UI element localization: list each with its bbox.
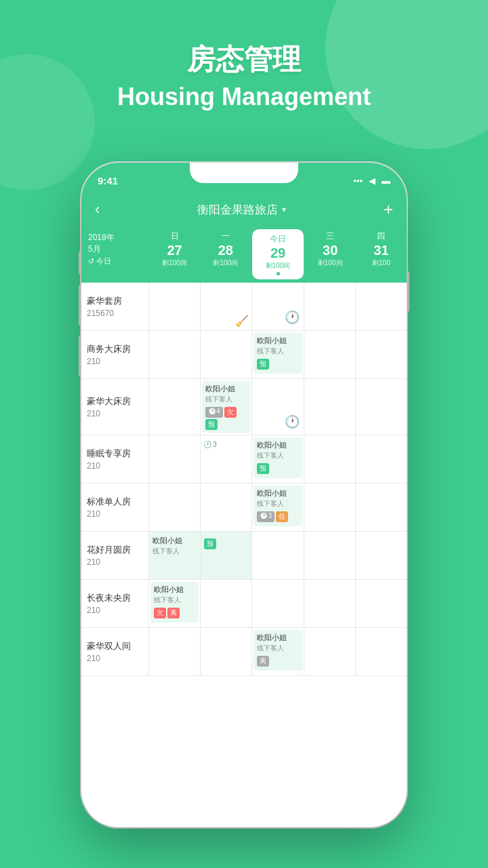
room-cell[interactable] — [356, 283, 407, 330]
date-col-31[interactable]: 四 31 剩100 — [356, 226, 407, 282]
room-cell[interactable] — [356, 580, 407, 627]
booking-tags: 预 — [204, 538, 248, 549]
add-button[interactable]: + — [384, 200, 393, 219]
store-title[interactable]: 衡阳金果路旅店 ▾ — [197, 202, 286, 218]
today-return-button[interactable]: ↺ 今日 — [88, 256, 111, 267]
room-row: 豪华双人间 210 欧阳小姐 线下客人 离 — [81, 628, 407, 676]
room-cell[interactable]: 欧阳小姐 线下客人 🕐3住 — [252, 484, 304, 531]
date-col-27[interactable]: 日 27 剩100间 — [149, 226, 200, 282]
room-cell[interactable]: 欧阳小姐 线下客人 欠离 — [149, 580, 201, 627]
room-cell[interactable] — [304, 532, 356, 579]
booking-tag: 预 — [257, 463, 269, 474]
room-cell[interactable]: 欧阳小姐 线下客人 离 — [252, 628, 304, 675]
room-cell[interactable] — [149, 435, 201, 483]
room-cell[interactable]: 🕐 — [252, 379, 304, 435]
booking-guest-name: 欧阳小姐 — [152, 536, 197, 546]
room-cell[interactable] — [149, 484, 201, 531]
room-row: 豪华套房 215670 🧹🕐 — [81, 283, 407, 331]
room-cell[interactable] — [304, 580, 356, 627]
clock-icon: 🕐 — [203, 441, 211, 448]
room-cell[interactable] — [252, 532, 304, 579]
room-cell[interactable] — [304, 484, 356, 531]
room-cell[interactable] — [304, 331, 356, 378]
booking-type: 线下客人 — [154, 595, 195, 605]
room-cell[interactable] — [201, 628, 252, 675]
booking-type: 线下客人 — [152, 547, 197, 556]
room-grid-wrapper: 豪华套房 215670 🧹🕐 商务大床房 210 欧阳小姐 线下客人 预 豪华大… — [81, 283, 407, 827]
room-cell[interactable] — [149, 331, 201, 378]
back-button[interactable]: ‹ — [95, 201, 100, 218]
date-columns: 日 27 剩100间 一 28 剩100间 今日 29 剩100间 三 30 剩… — [149, 226, 407, 282]
store-name: 衡阳金果路旅店 — [197, 202, 278, 218]
date-number: 27 — [167, 242, 182, 258]
room-cell[interactable] — [252, 580, 304, 627]
room-cells: 欧阳小姐 线下客人 预 — [149, 532, 407, 579]
phone-mockup: 9:41 ▪▪▪ ◀ ▬ ‹ 衡阳金果路旅店 ▾ + 2018年 — [81, 163, 407, 827]
booking-card[interactable]: 欧阳小姐 线下客人 欠离 — [150, 582, 199, 623]
room-cell[interactable] — [356, 532, 407, 579]
booking-ext-content[interactable]: 欧阳小姐 线下客人 — [149, 532, 200, 560]
title-area: 房态管理 Housing Management — [0, 0, 488, 111]
date-col-30[interactable]: 三 30 剩100间 — [305, 226, 356, 282]
room-cell[interactable] — [304, 435, 356, 483]
room-cell[interactable]: 欧阳小姐 线下客人 预 — [252, 435, 304, 483]
booking-card[interactable]: 欧阳小姐 线下客人 🕐4欠预 — [202, 381, 250, 433]
day-name: 四 — [377, 231, 385, 242]
booking-card[interactable]: 欧阳小姐 线下客人 预 — [253, 437, 302, 478]
room-price: 215670 — [87, 309, 114, 318]
booking-tag-cell[interactable]: 预 — [201, 532, 251, 553]
room-cell[interactable] — [201, 331, 252, 378]
room-cell[interactable] — [149, 283, 201, 330]
booking-tags: 预 — [257, 463, 298, 474]
booking-tag: 住 — [276, 511, 288, 522]
booking-card[interactable]: 欧阳小姐 线下客人 🕐3住 — [253, 486, 302, 526]
booking-tag: 🕐4 — [205, 407, 223, 418]
phone-power-button — [407, 271, 409, 312]
room-cells: 🕐3 欧阳小姐 线下客人 预 — [149, 435, 407, 483]
booking-tags: 欠离 — [154, 608, 195, 618]
room-cell[interactable] — [356, 484, 407, 531]
booking-tag: 离 — [167, 608, 180, 618]
room-cell[interactable] — [149, 628, 201, 675]
room-cell[interactable] — [201, 484, 252, 531]
room-cell[interactable]: 预 — [201, 532, 252, 579]
room-cell[interactable]: 欧阳小姐 线下客人 预 — [252, 331, 304, 378]
booking-tag: 欠 — [224, 407, 237, 418]
room-name: 豪华大床房 — [87, 395, 131, 408]
room-cell[interactable]: 🕐 — [252, 283, 304, 330]
date-number: 31 — [373, 242, 388, 258]
room-row: 商务大床房 210 欧阳小姐 线下客人 预 — [81, 331, 407, 379]
room-cell[interactable] — [356, 435, 407, 483]
room-cell[interactable] — [356, 628, 407, 675]
date-col-28[interactable]: 一 28 剩100间 — [200, 226, 251, 282]
booking-tags: 预 — [257, 359, 298, 370]
booking-card[interactable]: 欧阳小姐 线下客人 离 — [253, 630, 302, 671]
date-number: 28 — [218, 242, 233, 258]
room-cell[interactable]: 欧阳小姐 线下客人 — [149, 532, 201, 579]
booking-guest-name: 欧阳小姐 — [154, 585, 195, 595]
room-name: 豪华双人间 — [87, 640, 131, 652]
year-label: 2018年 — [88, 232, 115, 243]
booking-type: 线下客人 — [257, 451, 298, 460]
date-label-column: 2018年 5月 ↺ 今日 — [81, 226, 149, 282]
room-cell[interactable]: 欧阳小姐 线下客人 🕐4欠预 — [201, 379, 252, 435]
booking-tags: 🕐4欠预 — [205, 407, 247, 430]
room-cell[interactable] — [356, 331, 407, 378]
room-cell[interactable]: 🧹 — [201, 283, 252, 330]
status-icons: ▪▪▪ ◀ ▬ — [353, 176, 390, 186]
room-cell[interactable] — [149, 379, 201, 435]
room-label: 标准单人房 210 — [81, 484, 149, 531]
date-number: 29 — [270, 245, 285, 261]
room-cell[interactable] — [356, 379, 407, 435]
date-col-29[interactable]: 今日 29 剩100间 — [252, 229, 303, 279]
booking-card[interactable]: 欧阳小姐 线下客人 预 — [253, 333, 302, 374]
room-cell[interactable] — [304, 628, 356, 675]
room-cell[interactable] — [304, 379, 356, 435]
room-cell[interactable] — [201, 580, 252, 627]
day-name: 日 — [171, 231, 179, 242]
room-name: 长夜未央房 — [87, 592, 131, 604]
room-cell[interactable]: 🕐3 — [201, 435, 252, 483]
room-cell[interactable] — [304, 283, 356, 330]
room-name: 商务大床房 — [87, 343, 131, 355]
booking-tag: 预 — [204, 538, 216, 549]
